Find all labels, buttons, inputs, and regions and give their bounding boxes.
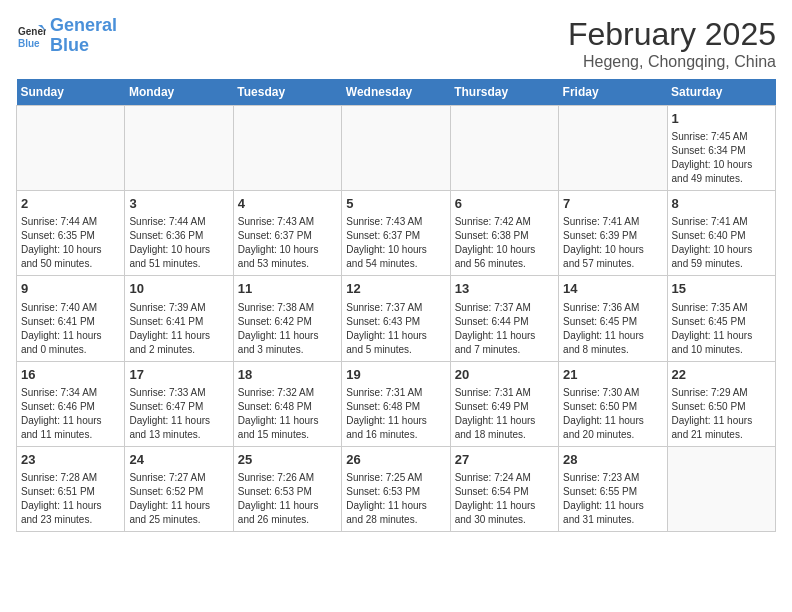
day-info: Sunrise: 7:45 AM Sunset: 6:34 PM Dayligh… (672, 130, 771, 186)
calendar-cell (342, 106, 450, 191)
calendar-cell: 3Sunrise: 7:44 AM Sunset: 6:36 PM Daylig… (125, 191, 233, 276)
day-info: Sunrise: 7:33 AM Sunset: 6:47 PM Dayligh… (129, 386, 228, 442)
day-number: 17 (129, 366, 228, 384)
day-info: Sunrise: 7:26 AM Sunset: 6:53 PM Dayligh… (238, 471, 337, 527)
logo-line2: Blue (50, 35, 89, 55)
day-info: Sunrise: 7:38 AM Sunset: 6:42 PM Dayligh… (238, 301, 337, 357)
weekday-header-tuesday: Tuesday (233, 79, 341, 106)
calendar-cell: 8Sunrise: 7:41 AM Sunset: 6:40 PM Daylig… (667, 191, 775, 276)
day-number: 25 (238, 451, 337, 469)
day-number: 4 (238, 195, 337, 213)
calendar-cell: 19Sunrise: 7:31 AM Sunset: 6:48 PM Dayli… (342, 361, 450, 446)
weekday-header-friday: Friday (559, 79, 667, 106)
calendar-cell: 16Sunrise: 7:34 AM Sunset: 6:46 PM Dayli… (17, 361, 125, 446)
logo-line1: General (50, 15, 117, 35)
day-info: Sunrise: 7:23 AM Sunset: 6:55 PM Dayligh… (563, 471, 662, 527)
weekday-header-thursday: Thursday (450, 79, 558, 106)
calendar-cell: 2Sunrise: 7:44 AM Sunset: 6:35 PM Daylig… (17, 191, 125, 276)
week-row-4: 16Sunrise: 7:34 AM Sunset: 6:46 PM Dayli… (17, 361, 776, 446)
calendar-cell (17, 106, 125, 191)
day-info: Sunrise: 7:32 AM Sunset: 6:48 PM Dayligh… (238, 386, 337, 442)
week-row-1: 1Sunrise: 7:45 AM Sunset: 6:34 PM Daylig… (17, 106, 776, 191)
header: General Blue General Blue February 2025 … (16, 16, 776, 71)
day-number: 15 (672, 280, 771, 298)
calendar-cell: 14Sunrise: 7:36 AM Sunset: 6:45 PM Dayli… (559, 276, 667, 361)
calendar-cell: 25Sunrise: 7:26 AM Sunset: 6:53 PM Dayli… (233, 446, 341, 531)
day-info: Sunrise: 7:41 AM Sunset: 6:40 PM Dayligh… (672, 215, 771, 271)
calendar-cell: 20Sunrise: 7:31 AM Sunset: 6:49 PM Dayli… (450, 361, 558, 446)
weekday-header-wednesday: Wednesday (342, 79, 450, 106)
calendar-cell: 17Sunrise: 7:33 AM Sunset: 6:47 PM Dayli… (125, 361, 233, 446)
day-info: Sunrise: 7:37 AM Sunset: 6:44 PM Dayligh… (455, 301, 554, 357)
day-info: Sunrise: 7:27 AM Sunset: 6:52 PM Dayligh… (129, 471, 228, 527)
day-number: 26 (346, 451, 445, 469)
day-number: 18 (238, 366, 337, 384)
calendar-cell: 26Sunrise: 7:25 AM Sunset: 6:53 PM Dayli… (342, 446, 450, 531)
week-row-2: 2Sunrise: 7:44 AM Sunset: 6:35 PM Daylig… (17, 191, 776, 276)
calendar-cell (559, 106, 667, 191)
day-number: 2 (21, 195, 120, 213)
day-number: 24 (129, 451, 228, 469)
day-number: 19 (346, 366, 445, 384)
day-number: 5 (346, 195, 445, 213)
svg-text:Blue: Blue (18, 38, 40, 49)
calendar-cell: 1Sunrise: 7:45 AM Sunset: 6:34 PM Daylig… (667, 106, 775, 191)
day-info: Sunrise: 7:30 AM Sunset: 6:50 PM Dayligh… (563, 386, 662, 442)
day-info: Sunrise: 7:42 AM Sunset: 6:38 PM Dayligh… (455, 215, 554, 271)
calendar-table: SundayMondayTuesdayWednesdayThursdayFrid… (16, 79, 776, 532)
day-info: Sunrise: 7:24 AM Sunset: 6:54 PM Dayligh… (455, 471, 554, 527)
calendar-subtitle: Hegeng, Chongqing, China (568, 53, 776, 71)
calendar-cell (233, 106, 341, 191)
day-info: Sunrise: 7:31 AM Sunset: 6:49 PM Dayligh… (455, 386, 554, 442)
day-info: Sunrise: 7:43 AM Sunset: 6:37 PM Dayligh… (238, 215, 337, 271)
day-number: 13 (455, 280, 554, 298)
calendar-cell: 12Sunrise: 7:37 AM Sunset: 6:43 PM Dayli… (342, 276, 450, 361)
day-info: Sunrise: 7:40 AM Sunset: 6:41 PM Dayligh… (21, 301, 120, 357)
calendar-cell (450, 106, 558, 191)
calendar-cell: 21Sunrise: 7:30 AM Sunset: 6:50 PM Dayli… (559, 361, 667, 446)
week-row-3: 9Sunrise: 7:40 AM Sunset: 6:41 PM Daylig… (17, 276, 776, 361)
day-number: 9 (21, 280, 120, 298)
day-number: 14 (563, 280, 662, 298)
day-info: Sunrise: 7:35 AM Sunset: 6:45 PM Dayligh… (672, 301, 771, 357)
calendar-cell: 18Sunrise: 7:32 AM Sunset: 6:48 PM Dayli… (233, 361, 341, 446)
day-number: 27 (455, 451, 554, 469)
calendar-cell: 4Sunrise: 7:43 AM Sunset: 6:37 PM Daylig… (233, 191, 341, 276)
logo-icon: General Blue (16, 21, 46, 51)
day-info: Sunrise: 7:41 AM Sunset: 6:39 PM Dayligh… (563, 215, 662, 271)
calendar-cell: 13Sunrise: 7:37 AM Sunset: 6:44 PM Dayli… (450, 276, 558, 361)
day-number: 23 (21, 451, 120, 469)
title-area: February 2025 Hegeng, Chongqing, China (568, 16, 776, 71)
weekday-header-monday: Monday (125, 79, 233, 106)
day-info: Sunrise: 7:31 AM Sunset: 6:48 PM Dayligh… (346, 386, 445, 442)
day-info: Sunrise: 7:43 AM Sunset: 6:37 PM Dayligh… (346, 215, 445, 271)
calendar-cell: 5Sunrise: 7:43 AM Sunset: 6:37 PM Daylig… (342, 191, 450, 276)
day-info: Sunrise: 7:25 AM Sunset: 6:53 PM Dayligh… (346, 471, 445, 527)
logo: General Blue General Blue (16, 16, 117, 56)
day-number: 10 (129, 280, 228, 298)
calendar-cell: 7Sunrise: 7:41 AM Sunset: 6:39 PM Daylig… (559, 191, 667, 276)
calendar-cell: 27Sunrise: 7:24 AM Sunset: 6:54 PM Dayli… (450, 446, 558, 531)
calendar-cell: 15Sunrise: 7:35 AM Sunset: 6:45 PM Dayli… (667, 276, 775, 361)
weekday-header-sunday: Sunday (17, 79, 125, 106)
day-number: 8 (672, 195, 771, 213)
calendar-cell: 6Sunrise: 7:42 AM Sunset: 6:38 PM Daylig… (450, 191, 558, 276)
calendar-cell: 9Sunrise: 7:40 AM Sunset: 6:41 PM Daylig… (17, 276, 125, 361)
day-info: Sunrise: 7:34 AM Sunset: 6:46 PM Dayligh… (21, 386, 120, 442)
day-number: 7 (563, 195, 662, 213)
day-number: 22 (672, 366, 771, 384)
calendar-cell (667, 446, 775, 531)
day-number: 16 (21, 366, 120, 384)
day-info: Sunrise: 7:39 AM Sunset: 6:41 PM Dayligh… (129, 301, 228, 357)
weekday-header-saturday: Saturday (667, 79, 775, 106)
day-number: 28 (563, 451, 662, 469)
week-row-5: 23Sunrise: 7:28 AM Sunset: 6:51 PM Dayli… (17, 446, 776, 531)
day-number: 12 (346, 280, 445, 298)
day-number: 6 (455, 195, 554, 213)
day-info: Sunrise: 7:36 AM Sunset: 6:45 PM Dayligh… (563, 301, 662, 357)
day-number: 11 (238, 280, 337, 298)
day-number: 20 (455, 366, 554, 384)
day-info: Sunrise: 7:37 AM Sunset: 6:43 PM Dayligh… (346, 301, 445, 357)
day-number: 21 (563, 366, 662, 384)
day-number: 1 (672, 110, 771, 128)
